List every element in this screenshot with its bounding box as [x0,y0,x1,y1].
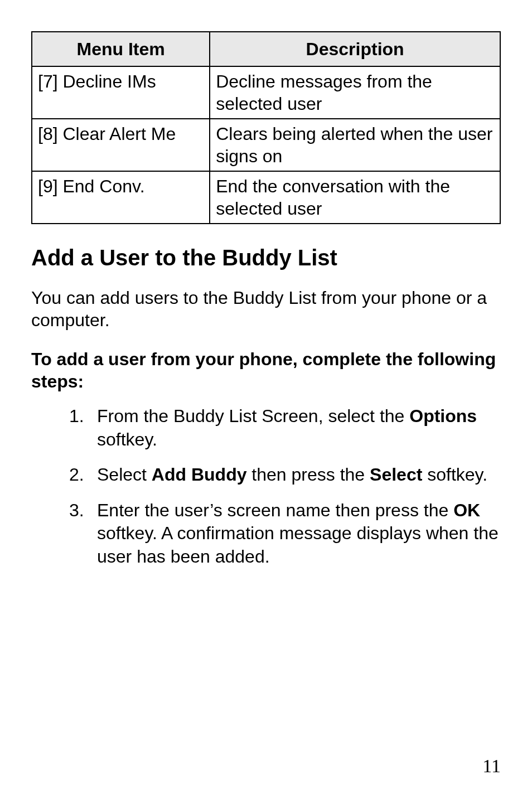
step-text: Enter the user’s screen name then press … [97,500,453,520]
table-row: [9] End Conv. End the conversation with … [32,171,500,224]
step-text: From the Buddy List Screen, select the [97,406,409,426]
table-header-description: Description [210,32,500,66]
step-number: 1. [69,405,84,428]
step-text: then press the [246,464,370,485]
table-cell-menu: [7] Decline IMs [32,66,210,119]
table-cell-desc: End the conversation with the selected u… [210,171,500,224]
step-number: 2. [69,463,84,487]
step-bold: Add Buddy [152,464,247,485]
steps-list: 1. From the Buddy List Screen, select th… [31,405,501,569]
intro-paragraph: You can add users to the Buddy List from… [31,287,501,331]
step-bold: Select [370,464,422,485]
step-text: softkey. A confirmation message displays… [97,523,499,566]
table-cell-desc: Clears being alerted when the user signs… [210,119,500,171]
list-item: 3. Enter the user’s screen name then pre… [69,499,501,569]
step-bold: OK [453,500,480,520]
step-bold: Options [409,406,477,426]
steps-subheading: To add a user from your phone, complete … [31,348,501,393]
table-cell-menu: [8] Clear Alert Me [32,119,210,171]
list-item: 1. From the Buddy List Screen, select th… [69,405,501,451]
section-heading: Add a User to the Buddy List [31,244,501,271]
menu-description-table: Menu Item Description [7] Decline IMs De… [31,31,501,224]
table-row: [7] Decline IMs Decline messages from th… [32,66,500,119]
list-item: 2. Select Add Buddy then press the Selec… [69,463,501,487]
step-text: Select [97,464,152,485]
table-row: [8] Clear Alert Me Clears being alerted … [32,119,500,171]
table-header-menu: Menu Item [32,32,210,66]
step-number: 3. [69,499,84,522]
page-number: 11 [482,756,501,777]
step-text: softkey. [97,429,157,449]
table-cell-desc: Decline messages from the selected user [210,66,500,119]
table-cell-menu: [9] End Conv. [32,171,210,224]
step-text: softkey. [422,464,487,485]
